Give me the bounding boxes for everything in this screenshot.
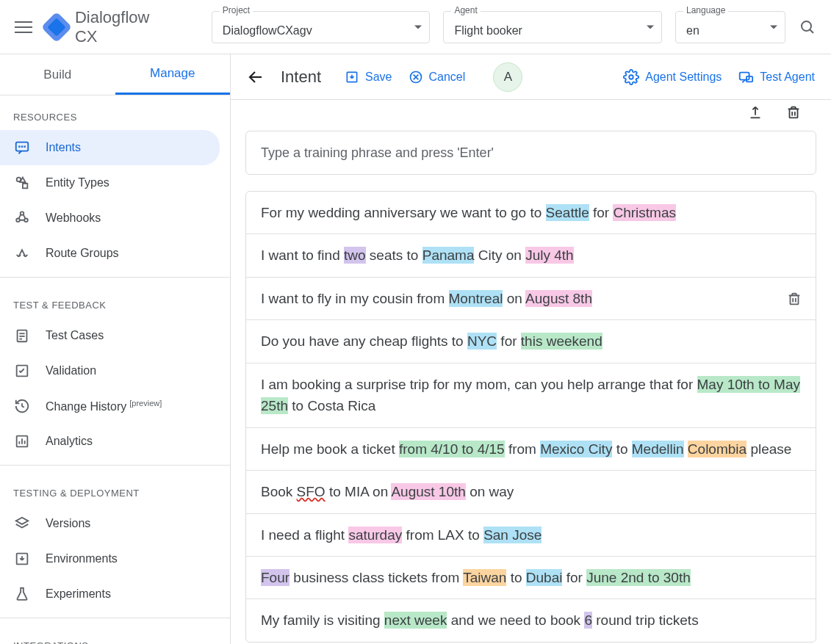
- training-phrase-input[interactable]: Type a training phrase and press 'Enter': [245, 131, 816, 175]
- phrase-text: to: [612, 441, 631, 457]
- sidebar: Build Manage RESOURCES Intents Entity Ty…: [0, 54, 231, 644]
- preview-tag: [preview]: [129, 399, 162, 408]
- entity-highlight: San Jose: [483, 527, 542, 543]
- test-agent-button[interactable]: Test Agent: [738, 69, 815, 85]
- training-phrase-row[interactable]: I am booking a surprise trip for my mom,…: [246, 363, 816, 428]
- caret-down-icon: [414, 25, 422, 29]
- sidebar-item-webhooks[interactable]: Webhooks: [0, 200, 220, 236]
- sidebar-item-route-groups[interactable]: Route Groups: [0, 236, 220, 271]
- training-phrase-row[interactable]: My family is visiting next week and we n…: [246, 599, 816, 641]
- phrase-text: I want to find: [261, 247, 344, 263]
- dialogflow-icon: [41, 11, 72, 42]
- sidebar-item-environments[interactable]: Environments: [0, 541, 220, 576]
- phrase-text: business class tickets from: [289, 570, 463, 585]
- phrase-text: I want to fly in my cousin from: [261, 291, 449, 306]
- sidebar-item-experiments[interactable]: Experiments: [0, 576, 220, 612]
- entity-highlight: next week: [384, 612, 447, 629]
- sidebar-item-analytics[interactable]: Analytics: [0, 424, 220, 459]
- project-selector-value: DialogflowCXagv: [223, 24, 312, 37]
- entity-highlight: Montreal: [449, 290, 503, 307]
- phrase-text: for: [497, 333, 521, 349]
- entity-highlight: Panama: [422, 247, 475, 264]
- caret-down-icon: [647, 25, 654, 29]
- flask-icon: [13, 585, 31, 603]
- sidebar-item-label: Change History[preview]: [46, 399, 162, 413]
- sidebar-tabs: Build Manage: [0, 54, 230, 95]
- phrase-text: and we need to book: [447, 612, 584, 628]
- phrase-text: please: [747, 441, 791, 457]
- sidebar-item-label: Test Cases: [46, 329, 104, 342]
- language-selector[interactable]: Language en: [675, 11, 785, 43]
- clipboard-icon: [13, 327, 31, 344]
- svg-point-26: [629, 75, 633, 79]
- svg-point-10: [21, 211, 24, 215]
- entity-highlight: two: [344, 247, 366, 264]
- phrase-text: My family is visiting: [261, 612, 384, 628]
- phrase-text: round trip tickets: [592, 612, 699, 628]
- svg-point-4: [22, 146, 23, 147]
- sidebar-item-validation[interactable]: Validation: [0, 353, 220, 388]
- entity-highlight: Medellin: [632, 441, 684, 457]
- sidebar-item-label: Intents: [46, 141, 81, 154]
- tab-build[interactable]: Build: [0, 54, 115, 95]
- training-phrase-row[interactable]: I need a flight saturday from LAX to San…: [246, 514, 816, 557]
- agent-settings-button[interactable]: Agent Settings: [623, 69, 722, 85]
- entity-highlight: NYC: [467, 333, 497, 350]
- phrase-text: on way: [466, 484, 514, 499]
- delete-icon[interactable]: [785, 104, 802, 120]
- svg-point-3: [19, 146, 20, 147]
- logo[interactable]: Dialogflow CX: [46, 8, 176, 46]
- entity-highlight: August 10th: [391, 483, 465, 500]
- sidebar-item-test-cases[interactable]: Test Cases: [0, 318, 220, 353]
- phrase-text: seats to: [366, 247, 422, 263]
- sidebar-item-change-history[interactable]: Change History[preview]: [0, 388, 220, 424]
- agent-selector[interactable]: Agent Flight booker: [443, 11, 662, 43]
- sidebar-item-label: Webhooks: [46, 211, 101, 225]
- page-title: Intent: [281, 68, 321, 87]
- sidebar-item-intents[interactable]: Intents: [0, 130, 220, 165]
- search-icon[interactable]: [799, 18, 816, 36]
- sidebar-item-versions[interactable]: Versions: [0, 506, 220, 541]
- svg-rect-42: [791, 295, 799, 304]
- delete-phrase-icon[interactable]: [786, 291, 802, 307]
- phrase-text: from LAX to: [402, 527, 483, 543]
- save-button[interactable]: Save: [345, 70, 392, 84]
- training-phrase-row[interactable]: I want to find two seats to Panama City …: [246, 234, 816, 277]
- avatar[interactable]: A: [493, 62, 522, 92]
- entity-highlight: August 8th: [525, 290, 592, 307]
- download-icon: [13, 550, 31, 568]
- chat-icon: [13, 139, 31, 156]
- training-phrase-row[interactable]: I want to fly in my cousin from Montreal…: [246, 278, 816, 320]
- entity-highlight: Mexico City: [540, 441, 612, 457]
- back-arrow-icon[interactable]: [247, 68, 265, 86]
- phrase-text: to: [506, 570, 525, 585]
- training-phrase-row[interactable]: For my wedding anniversary we want to go…: [246, 192, 816, 234]
- project-selector-label: Project: [220, 5, 253, 15]
- cancel-button[interactable]: Cancel: [409, 70, 466, 84]
- entity-highlight: Christmas: [613, 204, 676, 221]
- entity-highlight: Dubai: [526, 569, 563, 586]
- sidebar-item-label: Versions: [46, 517, 90, 530]
- project-selector[interactable]: Project DialogflowCXagv: [212, 11, 431, 43]
- agent-selector-label: Agent: [451, 5, 480, 15]
- section-test-feedback: TEST & FEEDBACK: [0, 283, 230, 318]
- training-phrase-row[interactable]: Do you have any cheap flights to NYC for…: [246, 320, 816, 363]
- content: Type a training phrase and press 'Enter'…: [231, 100, 831, 644]
- sidebar-item-entity-types[interactable]: Entity Types: [0, 165, 220, 200]
- section-testing-deployment: TESTING & DEPLOYMENT: [0, 471, 230, 506]
- entity-highlight: 6: [584, 612, 592, 629]
- layers-icon: [13, 515, 31, 532]
- menu-icon[interactable]: [15, 18, 32, 36]
- training-phrase-row[interactable]: Book SFO to MIA on August 10th on way: [246, 471, 816, 513]
- tab-manage[interactable]: Manage: [115, 54, 231, 95]
- entity-highlight: from 4/10 to 4/15: [399, 441, 505, 457]
- upload-icon[interactable]: [747, 104, 763, 120]
- sidebar-item-label: Analytics: [46, 435, 93, 448]
- language-selector-value: en: [686, 24, 699, 37]
- phrase-text: I need a flight: [261, 527, 348, 543]
- phrase-text: to MIA on: [325, 484, 392, 499]
- entity-highlight: saturday: [348, 527, 402, 543]
- divider: [0, 618, 230, 618]
- training-phrase-row[interactable]: Four business class tickets from Taiwan …: [246, 557, 816, 599]
- training-phrase-row[interactable]: Help me book a ticket from 4/10 to 4/15 …: [246, 428, 816, 471]
